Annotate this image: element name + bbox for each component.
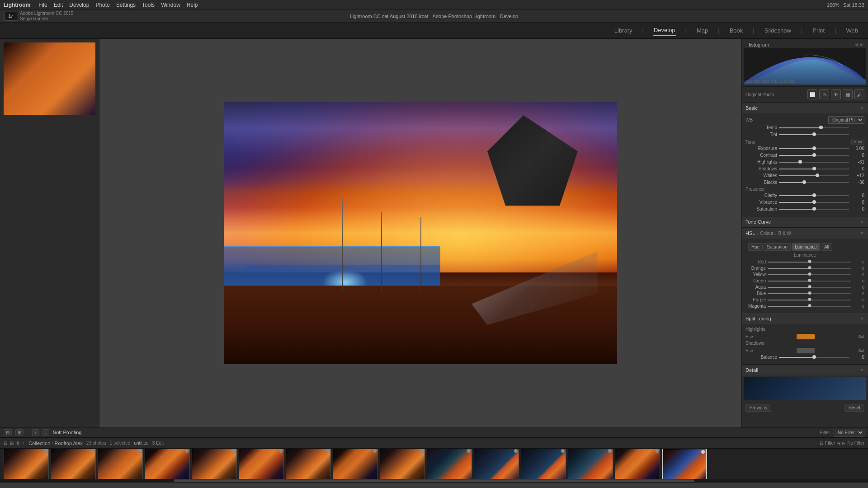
hsl-purple-slider[interactable]: [768, 300, 851, 300]
app-menu-help[interactable]: Help: [187, 2, 198, 8]
module-develop[interactable]: Develop: [653, 25, 676, 36]
app-menu-window[interactable]: Window: [161, 2, 180, 8]
filmstrip-thumb-2[interactable]: [51, 449, 96, 479]
highlights-slider[interactable]: [779, 162, 849, 163]
graduated-filter-tool[interactable]: ▦: [843, 89, 853, 99]
view-mode-btn-2[interactable]: ⊞: [15, 429, 24, 436]
hsl-magenta-slider[interactable]: [768, 306, 851, 307]
filmstrip-thumb-6[interactable]: [239, 449, 284, 479]
hsl-tab-all[interactable]: All: [821, 243, 832, 251]
tint-slider[interactable]: [779, 134, 849, 135]
app-menu-photo[interactable]: Photo: [95, 2, 109, 8]
sort-desc-btn[interactable]: ↓: [42, 429, 49, 436]
sort-asc-btn[interactable]: ↑: [32, 429, 39, 436]
filmstrip-no-filter: No Filter: [847, 441, 864, 446]
presence-label: Presence: [745, 187, 864, 192]
blacks-label: Blacks: [745, 180, 777, 185]
filmstrip-nav-icon-2[interactable]: ⊞: [10, 441, 14, 446]
app-menu-tools[interactable]: Tools: [142, 2, 155, 8]
st-highlights-swatch[interactable]: [797, 334, 815, 339]
hsl-tab-saturation[interactable]: Saturation: [764, 243, 791, 251]
photo-container: [224, 102, 617, 364]
temp-slider[interactable]: [779, 127, 849, 128]
filmstrip-thumb-5[interactable]: [192, 449, 237, 479]
filmstrip-arrow-up[interactable]: ↑: [23, 441, 25, 446]
filmstrip-thumb-15[interactable]: [662, 449, 707, 479]
app-menu-develop[interactable]: Develop: [69, 2, 89, 8]
hsl-blue-slider[interactable]: [768, 293, 851, 294]
auto-button[interactable]: Auto: [851, 139, 864, 145]
adjustment-brush-tool[interactable]: 🖌: [854, 89, 864, 99]
hsl-tab-luminance[interactable]: Luminance: [792, 243, 820, 251]
st-shadows-swatch[interactable]: [797, 348, 815, 353]
reset-button[interactable]: Reset: [844, 404, 864, 412]
filter-select[interactable]: No Filter: [834, 429, 864, 436]
hsl-panel-arrow: ▼: [859, 230, 864, 236]
filmstrip-thumb-8[interactable]: [333, 449, 378, 479]
crop-tool[interactable]: ⬜: [807, 89, 817, 99]
hsl-bw-label: B & W: [778, 231, 791, 236]
hsl-green-slider[interactable]: [768, 281, 851, 282]
vibrance-slider[interactable]: [779, 202, 849, 203]
balance-slider[interactable]: [779, 357, 849, 358]
clarity-slider[interactable]: [779, 195, 849, 196]
shadows-slider[interactable]: [779, 169, 849, 169]
histogram-arrow-left[interactable]: ◀: [854, 42, 858, 47]
whites-slider[interactable]: [779, 175, 849, 176]
module-print[interactable]: Print: [811, 25, 826, 36]
blacks-slider[interactable]: [779, 182, 849, 183]
app-menu-lightroom[interactable]: Lightroom: [4, 2, 30, 8]
tone-curve-header[interactable]: Tone Curve ▼: [742, 216, 868, 227]
filmstrip-thumb-11[interactable]: [474, 449, 519, 479]
wb-select[interactable]: Original Photo As Shot Auto Daylight Clo…: [828, 116, 864, 124]
filmstrip-thumb-3[interactable]: [98, 449, 143, 479]
spot-heal-tool[interactable]: ⊙: [819, 89, 829, 99]
hsl-aqua-slider[interactable]: [768, 287, 851, 288]
filmstrip-thumb-13[interactable]: [568, 449, 613, 479]
hsl-orange-slider[interactable]: [768, 268, 851, 269]
red-eye-tool[interactable]: 👁: [831, 89, 841, 99]
hsl-color-label: Colour: [760, 231, 773, 236]
module-slideshow[interactable]: Slideshow: [764, 25, 792, 36]
filter-icon[interactable]: ⊟: [820, 441, 823, 446]
previous-button[interactable]: Previous: [745, 404, 771, 412]
module-map[interactable]: Map: [696, 25, 709, 36]
view-mode-btn-1[interactable]: ⊟: [4, 429, 12, 436]
module-book[interactable]: Book: [729, 25, 744, 36]
filmstrip-thumb-1[interactable]: [4, 449, 49, 479]
exposure-slider[interactable]: [779, 148, 849, 149]
filmstrip-thumb-14[interactable]: [615, 449, 660, 479]
detail-header[interactable]: Detail ▼: [742, 365, 868, 375]
hsl-red-slider[interactable]: [768, 262, 851, 263]
split-toning-header[interactable]: Split Toning ▼: [742, 313, 868, 324]
filmstrip-thumb-10[interactable]: [427, 449, 472, 479]
split-toning-arrow: ▼: [859, 316, 864, 321]
histogram-arrow-right[interactable]: ▶: [860, 42, 863, 47]
main-layout: Histogram ◀ ▶: [0, 39, 868, 427]
app-menu-edit[interactable]: Edit: [54, 2, 63, 8]
vibrance-label: Vibrance: [745, 200, 777, 205]
hsl-title: HSL: [745, 230, 755, 236]
hsl-panel-header[interactable]: HSL / Colour / B & W ▼: [742, 228, 868, 239]
hsl-tab-row: Hue Saturation Luminance All: [745, 241, 864, 253]
filmstrip-thumb-12[interactable]: [521, 449, 566, 479]
module-web[interactable]: Web: [845, 25, 859, 36]
filmstrip-thumb-4[interactable]: [145, 449, 190, 479]
contrast-slider[interactable]: [779, 155, 849, 156]
hist-info: ISO 100 22 mm f/3.5 1/30s: [745, 79, 794, 84]
hsl-yellow-slider[interactable]: [768, 274, 851, 275]
hsl-yellow-value: 0: [853, 272, 864, 277]
hsl-tab-hue[interactable]: Hue: [748, 243, 763, 251]
filmstrip-arrows-icon[interactable]: ⇅: [16, 441, 20, 446]
filmstrip-nav-icon-1[interactable]: ⊟: [4, 441, 7, 446]
filmstrip-thumb-9[interactable]: [380, 449, 425, 479]
filmstrip-thumb-7[interactable]: [286, 449, 331, 479]
status-time: Sat 18:33: [843, 2, 864, 8]
app-menu-settings[interactable]: Settings: [116, 2, 136, 8]
scrollbar-thumb[interactable]: [174, 479, 694, 482]
app-menu-file[interactable]: File: [38, 2, 47, 8]
saturation-slider[interactable]: [779, 209, 849, 210]
module-library[interactable]: Library: [613, 25, 633, 36]
basic-panel-header[interactable]: Basic ▼: [742, 103, 868, 113]
bottom-scrollbar[interactable]: [0, 479, 868, 483]
